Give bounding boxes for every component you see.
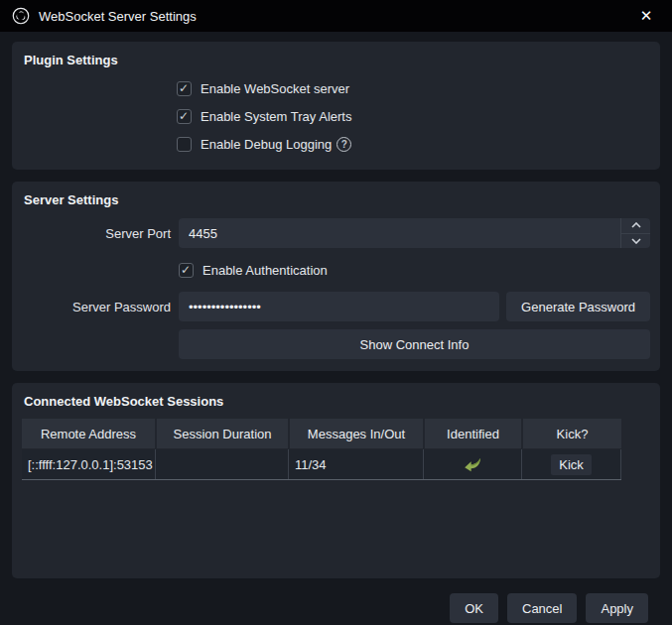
cancel-button[interactable]: Cancel (507, 593, 577, 623)
checkbox-icon[interactable] (177, 109, 192, 124)
session-duration-cell (156, 449, 289, 479)
col-kick[interactable]: Kick? (523, 419, 621, 448)
enable-auth-label: Enable Authentication (202, 263, 328, 278)
window-title: WebSocket Server Settings (39, 9, 197, 24)
plugin-settings-group: Plugin Settings Enable WebSocket server … (12, 42, 660, 170)
session-row: [::ffff:127.0.0.1]:53153 11/34 Kick (22, 449, 621, 480)
server-settings-title: Server Settings (22, 190, 650, 207)
generate-password-button[interactable]: Generate Password (506, 292, 650, 321)
server-settings-group: Server Settings Server Port (12, 182, 660, 371)
dialog-footer: OK Cancel Apply (12, 590, 660, 623)
enable-tray-alerts-checkbox-row[interactable]: Enable System Tray Alerts (177, 102, 650, 130)
enable-debug-logging-label: Enable Debug Logging (201, 137, 332, 152)
checkbox-icon[interactable] (179, 263, 194, 278)
identified-check-arrow-icon (462, 452, 483, 477)
checkbox-icon[interactable] (177, 137, 192, 152)
server-port-input[interactable] (179, 218, 650, 248)
show-connect-info-button[interactable]: Show Connect Info (179, 329, 650, 359)
title-bar: WebSocket Server Settings ✕ (0, 0, 672, 32)
kick-cell: Kick (522, 449, 621, 479)
spinner-buttons (620, 218, 650, 248)
server-password-label: Server Password (22, 300, 179, 314)
sessions-group: Connected WebSocket Sessions Remote Addr… (12, 383, 660, 578)
enable-websocket-label: Enable WebSocket server (201, 81, 349, 96)
identified-cell (424, 449, 522, 479)
col-messages[interactable]: Messages In/Out (290, 419, 423, 448)
ok-button[interactable]: OK (450, 593, 498, 623)
spin-up-icon[interactable] (621, 218, 650, 234)
plugin-settings-title: Plugin Settings (22, 51, 650, 67)
close-icon[interactable]: ✕ (632, 2, 660, 30)
spin-down-icon[interactable] (621, 234, 650, 249)
enable-tray-alerts-label: Enable System Tray Alerts (201, 109, 351, 124)
kick-button[interactable]: Kick (551, 454, 592, 475)
messages-cell: 11/34 (289, 449, 424, 479)
enable-websocket-checkbox-row[interactable]: Enable WebSocket server (177, 74, 650, 102)
checkbox-icon[interactable] (177, 81, 192, 96)
server-port-spinbox (179, 218, 650, 248)
sessions-title: Connected WebSocket Sessions (22, 392, 650, 409)
obs-logo-icon (12, 7, 30, 25)
server-port-label: Server Port (22, 226, 179, 241)
col-remote-address[interactable]: Remote Address (22, 419, 155, 448)
sessions-table-header: Remote Address Session Duration Messages… (22, 419, 621, 448)
server-password-input[interactable] (179, 292, 499, 321)
col-session-duration[interactable]: Session Duration (157, 419, 288, 448)
dialog-content: Plugin Settings Enable WebSocket server … (0, 32, 672, 623)
enable-debug-logging-checkbox-row[interactable]: Enable Debug Logging ? (177, 130, 650, 158)
apply-button[interactable]: Apply (586, 593, 648, 623)
remote-address-cell: [::ffff:127.0.0.1]:53153 (22, 449, 156, 479)
help-icon[interactable]: ? (336, 137, 351, 152)
enable-auth-checkbox-row[interactable]: Enable Authentication (179, 256, 328, 284)
col-identified[interactable]: Identified (425, 419, 521, 448)
sessions-table: Remote Address Session Duration Messages… (22, 419, 621, 480)
